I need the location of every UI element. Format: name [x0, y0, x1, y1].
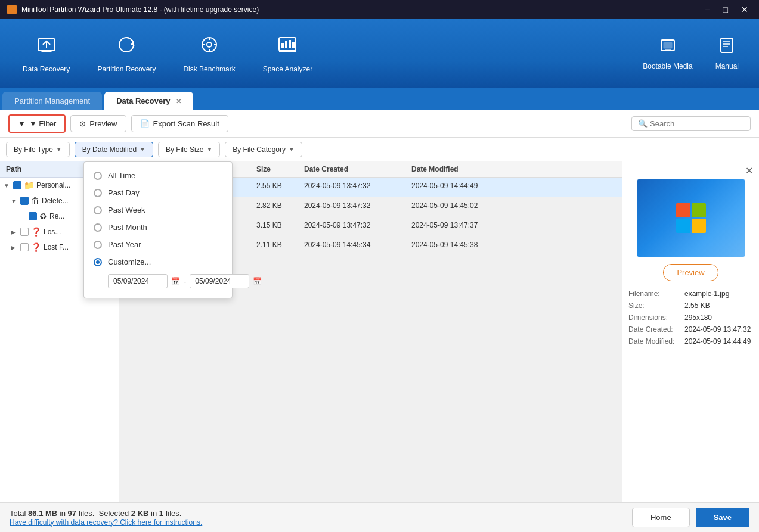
export-scan-result-button[interactable]: 📄 Export Scan Result	[131, 115, 228, 132]
svg-rect-18	[721, 38, 733, 52]
chevron-down-icon: ▼	[206, 146, 212, 153]
preview-icon: ⊙	[79, 119, 86, 128]
col-date-created[interactable]: Date Created	[304, 165, 411, 173]
expand-icon: ▼	[11, 198, 18, 204]
date-option-past-year[interactable]: Past Year	[84, 236, 232, 253]
preview-close-icon[interactable]: ✕	[745, 165, 753, 176]
filter-by-file-type[interactable]: By File Type ▼	[6, 142, 70, 157]
search-icon: 🔍	[638, 119, 648, 128]
chevron-down-icon: ▼	[140, 146, 145, 153]
tree-check-lost2[interactable]	[20, 243, 29, 251]
manual-icon	[718, 36, 736, 58]
tree-label-lost1: Los...	[44, 228, 61, 236]
date-option-all-time[interactable]: All Time	[84, 167, 232, 184]
svg-rect-13	[292, 42, 295, 48]
date-from-input[interactable]	[108, 274, 168, 288]
dimensions-label: Dimensions:	[628, 313, 682, 322]
export-icon: 📄	[140, 119, 150, 128]
status-left: Total 86.1 MB in 97 files. Selected 2 KB…	[10, 509, 202, 527]
toolbar-item-manual[interactable]: Manual	[707, 32, 747, 75]
search-box[interactable]: 🔍	[631, 116, 751, 131]
lost-icon: ❓	[31, 227, 41, 237]
bootable-media-icon	[659, 36, 677, 58]
expand-icon: ▶	[11, 244, 18, 251]
date-option-customize[interactable]: Customize...	[84, 253, 232, 270]
preview-button[interactable]: ⊙ Preview	[70, 115, 126, 132]
tree-check-personal[interactable]	[13, 181, 21, 189]
help-link[interactable]: Have difficulty with data recovery? Clic…	[10, 518, 202, 527]
status-buttons: Home Save	[632, 508, 749, 527]
toolbar-label-data-recovery: Data Recovery	[23, 65, 70, 73]
date-option-past-day[interactable]: Past Day	[84, 184, 232, 201]
filter-button[interactable]: ▼ ▼ Filter	[8, 114, 66, 133]
date-created-label: Date Created:	[628, 325, 682, 334]
preview-panel: ✕ Preview Filename: example-1.jpg Size: …	[622, 161, 759, 502]
tree-check-lost1[interactable]	[20, 228, 29, 236]
col-date-modified[interactable]: Date Modified	[411, 165, 519, 173]
toolbar: Data Recovery Partition Recovery Disk Be…	[0, 19, 759, 88]
app-logo	[7, 5, 17, 14]
win-quadrant-3	[676, 219, 690, 234]
tree-label-deleted: Delete...	[42, 197, 69, 205]
calendar-from-icon[interactable]: 📅	[171, 277, 180, 285]
maximize-button[interactable]: □	[720, 4, 732, 15]
win-quadrant-2	[692, 203, 706, 217]
info-date-modified: Date Modified: 2024-05-09 14:44:49	[628, 337, 753, 346]
date-modified-value: 2024-05-09 14:44:49	[684, 337, 751, 346]
radio-past-year	[94, 241, 102, 249]
tree-label-personal: Personal...	[36, 181, 70, 189]
close-button[interactable]: ✕	[738, 4, 752, 15]
tab-data-recovery[interactable]: Data Recovery ✕	[104, 92, 193, 110]
toolbar-label-partition-recovery: Partition Recovery	[97, 65, 156, 73]
space-analyzer-icon	[277, 34, 298, 60]
win-quadrant-1	[676, 203, 690, 217]
toolbar-item-partition-recovery[interactable]: Partition Recovery	[86, 29, 166, 78]
radio-past-week	[94, 206, 102, 214]
deleted-icon: 🗑	[31, 196, 39, 206]
date-to-input[interactable]	[190, 274, 249, 288]
save-button[interactable]: Save	[696, 508, 749, 527]
tab-partition-management[interactable]: Partition Management	[2, 92, 102, 110]
filter-icon: ▼	[18, 119, 26, 128]
filter-by-file-category[interactable]: By File Category ▼	[225, 142, 302, 157]
filter-by-date-modified[interactable]: By Date Modified ▼	[75, 142, 153, 157]
filter-by-file-size[interactable]: By File Size ▼	[158, 142, 220, 157]
svg-rect-10	[281, 43, 284, 48]
titlebar-left: MiniTool Partition Wizard Pro Ultimate 1…	[7, 5, 259, 14]
tree-check-recycle[interactable]	[29, 212, 37, 220]
date-option-past-month[interactable]: Past Month	[84, 219, 232, 236]
toolbar-right: Bootable Media Manual	[634, 32, 747, 75]
svg-point-4	[207, 42, 212, 47]
customize-dates-row: 📅 - 📅	[84, 270, 232, 293]
win-quadrant-4	[692, 219, 706, 234]
minimize-button[interactable]: −	[701, 4, 713, 15]
tree-check-deleted[interactable]	[20, 197, 29, 205]
toolbar-item-data-recovery[interactable]: Data Recovery	[12, 29, 80, 78]
main-wrapper: By File Type ▼ By Date Modified ▼ By Fil…	[0, 138, 759, 502]
windows-logo	[676, 203, 706, 233]
date-modified-label: Date Modified:	[628, 337, 682, 346]
toolbar-item-bootable-media[interactable]: Bootable Media	[634, 32, 701, 75]
info-size: Size: 2.55 KB	[628, 301, 753, 310]
disk-benchmark-icon	[199, 34, 220, 60]
svg-rect-17	[665, 49, 671, 51]
actionbar: ▼ ▼ Filter ⊙ Preview 📄 Export Scan Resul…	[0, 110, 759, 138]
calendar-to-icon[interactable]: 📅	[253, 277, 262, 285]
toolbar-label-bootable-media: Bootable Media	[643, 62, 692, 70]
toolbar-label-disk-benchmark: Disk Benchmark	[183, 65, 235, 73]
svg-rect-16	[664, 42, 672, 48]
toolbar-item-disk-benchmark[interactable]: Disk Benchmark	[172, 29, 246, 78]
lost-f-icon: ❓	[31, 242, 41, 252]
size-label: Size:	[628, 301, 682, 310]
tab-close-icon[interactable]: ✕	[176, 98, 181, 105]
date-option-past-week[interactable]: Past Week	[84, 201, 232, 219]
preview-file-button[interactable]: Preview	[663, 264, 718, 281]
toolbar-item-space-analyzer[interactable]: Space Analyzer	[252, 29, 323, 78]
date-created-value: 2024-05-09 13:47:32	[684, 325, 751, 334]
search-input[interactable]	[650, 119, 744, 128]
home-button[interactable]: Home	[632, 508, 690, 527]
tree-label-recycle: Re...	[49, 212, 64, 220]
tabbar: Partition Management Data Recovery ✕	[0, 88, 759, 110]
col-size[interactable]: Size	[256, 165, 304, 173]
info-date-created: Date Created: 2024-05-09 13:47:32	[628, 325, 753, 334]
